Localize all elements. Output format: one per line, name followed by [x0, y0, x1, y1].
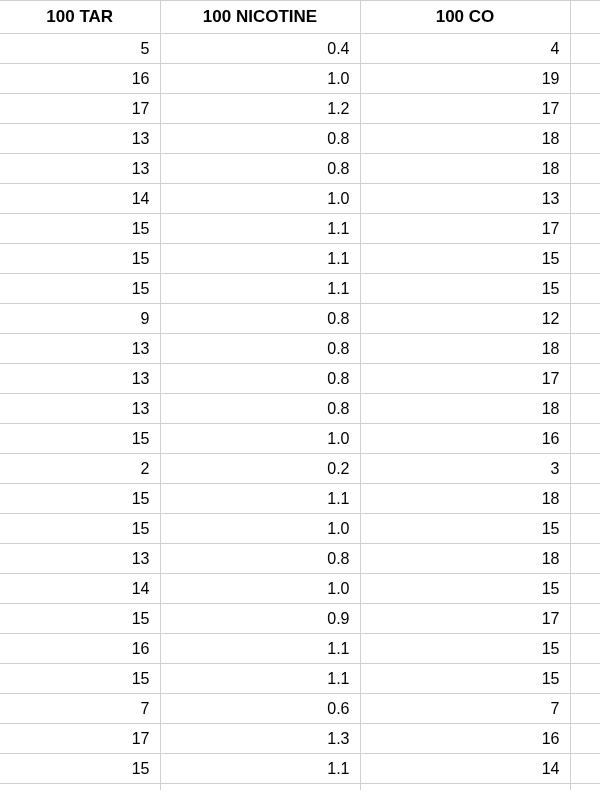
- cell-co[interactable]: 18: [360, 394, 570, 424]
- cell-co[interactable]: 7: [360, 694, 570, 724]
- table-row: 151.015: [0, 514, 600, 544]
- cell-nicotine[interactable]: 0.8: [160, 334, 360, 364]
- cell-nicotine[interactable]: 1.1: [160, 754, 360, 784]
- cell-nicotine[interactable]: 1.1: [160, 484, 360, 514]
- cell-tar[interactable]: 5: [0, 34, 160, 64]
- cell-co[interactable]: 18: [360, 484, 570, 514]
- cell-co[interactable]: 18: [360, 334, 570, 364]
- cell-empty: [570, 484, 600, 514]
- cell-co[interactable]: 15: [360, 664, 570, 694]
- cell-co[interactable]: 17: [360, 214, 570, 244]
- cell-empty: [570, 454, 600, 484]
- cell-nicotine[interactable]: 0.8: [160, 154, 360, 184]
- cell-nicotine[interactable]: 0.8: [160, 394, 360, 424]
- table-row: 151.114: [0, 754, 600, 784]
- cell-tar[interactable]: 15: [0, 424, 160, 454]
- cell-empty: [570, 424, 600, 454]
- cell-nicotine[interactable]: 0.8: [160, 544, 360, 574]
- cell-empty[interactable]: [0, 784, 160, 791]
- cell-nicotine[interactable]: 1.1: [160, 634, 360, 664]
- cell-nicotine[interactable]: 1.2: [160, 94, 360, 124]
- cell-co[interactable]: 17: [360, 94, 570, 124]
- cell-tar[interactable]: 14: [0, 574, 160, 604]
- cell-nicotine[interactable]: 0.4: [160, 34, 360, 64]
- cell-co[interactable]: 18: [360, 154, 570, 184]
- table-row: 50.44: [0, 34, 600, 64]
- cell-tar[interactable]: 13: [0, 544, 160, 574]
- cell-tar[interactable]: 15: [0, 604, 160, 634]
- cell-co[interactable]: 14: [360, 754, 570, 784]
- cell-nicotine[interactable]: 1.0: [160, 514, 360, 544]
- cell-nicotine[interactable]: 1.0: [160, 64, 360, 94]
- cell-tar[interactable]: 13: [0, 124, 160, 154]
- table-row: 130.818: [0, 544, 600, 574]
- table-row: 151.117: [0, 214, 600, 244]
- cell-tar[interactable]: 16: [0, 64, 160, 94]
- cell-tar[interactable]: 15: [0, 244, 160, 274]
- cell-nicotine[interactable]: 1.3: [160, 724, 360, 754]
- table-row: 141.013: [0, 184, 600, 214]
- cell-nicotine[interactable]: 0.8: [160, 124, 360, 154]
- cell-nicotine[interactable]: 0.2: [160, 454, 360, 484]
- cell-co[interactable]: 18: [360, 544, 570, 574]
- cell-co[interactable]: 15: [360, 634, 570, 664]
- header-co[interactable]: 100 CO: [360, 1, 570, 34]
- cell-co[interactable]: 19: [360, 64, 570, 94]
- cell-tar[interactable]: 15: [0, 214, 160, 244]
- cell-co[interactable]: 15: [360, 274, 570, 304]
- cell-tar[interactable]: 14: [0, 184, 160, 214]
- cell-tar[interactable]: 9: [0, 304, 160, 334]
- cell-co[interactable]: 15: [360, 514, 570, 544]
- cell-tar[interactable]: 17: [0, 724, 160, 754]
- cell-nicotine[interactable]: 1.0: [160, 574, 360, 604]
- cell-co[interactable]: 12: [360, 304, 570, 334]
- cell-empty: [570, 604, 600, 634]
- cell-co[interactable]: 3: [360, 454, 570, 484]
- cell-empty[interactable]: [570, 784, 600, 791]
- table-row: 171.316: [0, 724, 600, 754]
- cell-tar[interactable]: 7: [0, 694, 160, 724]
- cell-tar[interactable]: 2: [0, 454, 160, 484]
- cell-nicotine[interactable]: 1.0: [160, 424, 360, 454]
- cell-empty: [570, 244, 600, 274]
- cell-tar[interactable]: 17: [0, 94, 160, 124]
- cell-co[interactable]: 15: [360, 574, 570, 604]
- cell-tar[interactable]: 15: [0, 484, 160, 514]
- cell-empty: [570, 304, 600, 334]
- header-tar[interactable]: 100 TAR: [0, 1, 160, 34]
- cell-co[interactable]: 16: [360, 724, 570, 754]
- cell-co[interactable]: 13: [360, 184, 570, 214]
- header-nicotine[interactable]: 100 NICOTINE: [160, 1, 360, 34]
- cell-nicotine[interactable]: 0.6: [160, 694, 360, 724]
- cell-co[interactable]: 4: [360, 34, 570, 64]
- cell-tar[interactable]: 16: [0, 634, 160, 664]
- cell-nicotine[interactable]: 1.0: [160, 184, 360, 214]
- cell-empty: [570, 214, 600, 244]
- cell-empty: [570, 724, 600, 754]
- cell-tar[interactable]: 15: [0, 514, 160, 544]
- cell-empty[interactable]: [160, 784, 360, 791]
- cell-nicotine[interactable]: 0.9: [160, 604, 360, 634]
- table-row: 151.115: [0, 274, 600, 304]
- cell-tar[interactable]: 15: [0, 754, 160, 784]
- cell-co[interactable]: 15: [360, 244, 570, 274]
- cell-nicotine[interactable]: 1.1: [160, 214, 360, 244]
- cell-empty[interactable]: [360, 784, 570, 791]
- cell-tar[interactable]: 13: [0, 364, 160, 394]
- cell-tar[interactable]: 15: [0, 274, 160, 304]
- cell-nicotine[interactable]: 0.8: [160, 364, 360, 394]
- cell-nicotine[interactable]: 1.1: [160, 244, 360, 274]
- cell-tar[interactable]: 13: [0, 334, 160, 364]
- cell-tar[interactable]: 13: [0, 154, 160, 184]
- cell-tar[interactable]: 15: [0, 664, 160, 694]
- cell-tar[interactable]: 13: [0, 394, 160, 424]
- cell-nicotine[interactable]: 1.1: [160, 664, 360, 694]
- cell-co[interactable]: 16: [360, 424, 570, 454]
- cell-co[interactable]: 18: [360, 124, 570, 154]
- cell-nicotine[interactable]: 0.8: [160, 304, 360, 334]
- cell-empty: [570, 634, 600, 664]
- cell-co[interactable]: 17: [360, 364, 570, 394]
- cell-empty: [570, 754, 600, 784]
- cell-co[interactable]: 17: [360, 604, 570, 634]
- cell-nicotine[interactable]: 1.1: [160, 274, 360, 304]
